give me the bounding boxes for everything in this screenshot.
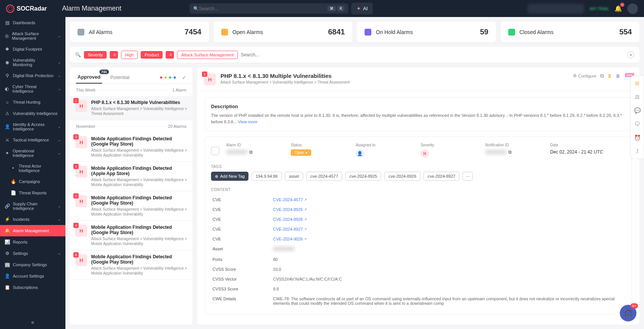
tab-approved[interactable]: Approved 741	[76, 71, 102, 84]
chat-icon[interactable]: 🗨	[633, 120, 641, 128]
sidebar-item-supply-chain-intelligence[interactable]: 🔗Supply Chain Intelligence⌄	[0, 199, 65, 214]
sidebar-item-dashboards[interactable]: ▤Dashboards	[0, 17, 65, 28]
sidebar-item-vulnerability-monitoring[interactable]: ◉Vulnerability Monitoring⌄	[0, 55, 65, 70]
cve-link[interactable]: CVE-2024-8925 ↗	[273, 207, 307, 212]
cve-link[interactable]: CVE-2024-9026 ↗	[273, 237, 307, 241]
global-search[interactable]: 🔍 ⌘ K	[189, 3, 348, 14]
stat-open-alarms[interactable]: Open Alarms6841	[214, 22, 353, 42]
filter-eq2[interactable]: =	[166, 51, 174, 59]
search-input[interactable]	[199, 6, 326, 11]
stat-on-hold-alarms[interactable]: On Hold Alarms59	[357, 22, 496, 42]
assignee-avatar[interactable]: 👤	[356, 149, 364, 158]
sidebar-icon: 📋	[5, 285, 10, 290]
view-more-link[interactable]: View more	[238, 119, 258, 124]
alarm-item[interactable]: 3HMobile Application Findings Detected (…	[70, 132, 192, 162]
help-fab[interactable]: 🎧 9+	[620, 305, 636, 321]
sidebar-icon: 🔔	[5, 228, 10, 233]
filter-high[interactable]: High	[121, 51, 138, 59]
filter-asm[interactable]: Attack Surface Management	[177, 51, 238, 59]
tags-more[interactable]: ···	[462, 172, 473, 181]
sidebar-item-operational-intelligence[interactable]: ✦Operational Intelligence⌄	[0, 146, 65, 161]
cve-link[interactable]: CVE-2024-4577 ↗	[273, 197, 307, 202]
sidebar-item-threat-reports[interactable]: 📄Threat Reports	[0, 187, 65, 199]
alarm-item[interactable]: 4HMobile Application Findings Detected (…	[70, 221, 192, 250]
sidebar-item-reports[interactable]: 📊Reports	[0, 236, 65, 248]
sidebar-label: Threat Hunting	[13, 100, 40, 104]
configure-button[interactable]: ⚙Configure	[573, 73, 596, 78]
sidebar-item-threat-hunting[interactable]: ⌕Threat Hunting	[0, 96, 65, 108]
dot-red[interactable]	[160, 76, 162, 79]
add-tag-button[interactable]: ⊕Add New Tag	[211, 172, 248, 181]
sidebar-item-digital-footprint[interactable]: ✱Digital Footprint	[0, 43, 65, 55]
clock-icon[interactable]: ⏰	[633, 133, 641, 142]
hourglass-icon[interactable]: ⧗	[608, 73, 611, 79]
sidebar-item-settings[interactable]: ⚙Settings⌄	[0, 248, 65, 259]
filter-search-input[interactable]	[241, 52, 624, 57]
dot-blue[interactable]	[174, 76, 176, 79]
select-checkbox[interactable]	[211, 147, 219, 155]
comment-icon[interactable]: 💬	[633, 106, 641, 115]
sidebar-item-subscriptions[interactable]: 📋Subscriptions	[0, 282, 65, 293]
sidebar-item-account-settings[interactable]: 👤Account Settings	[0, 270, 65, 282]
clear-filters[interactable]: ✕	[627, 51, 634, 58]
right-rail: ⊞ ⚖ 💬 🗨 ⏰ ⤴	[630, 76, 644, 159]
stat-closed-alarms[interactable]: Closed Alarms554	[501, 22, 640, 42]
alarm-item[interactable]: 2HMobile Application Findings Detected (…	[70, 191, 192, 221]
sidebar-item-identity-access-intelligence[interactable]: 👤Identity & Access Intelligence⌄	[0, 119, 65, 134]
kv-value: 10.0	[273, 267, 281, 272]
tag-chip[interactable]: 194.9.94.86	[251, 172, 282, 181]
sidebar-item-cyber-threat-intelligence[interactable]: ◐Cyber Threat Intelligence⌄	[0, 81, 65, 96]
tag-chip[interactable]: cve-2024-4577	[306, 172, 342, 181]
alarm-count-badge: 6	[73, 252, 79, 258]
sidebar-label: Settings	[13, 251, 28, 256]
sidebar-item-alarm-management[interactable]: 🔔Alarm Management	[0, 225, 65, 236]
pause-icon[interactable]: ⏸	[615, 73, 621, 79]
stat-label: All Alarms	[89, 29, 112, 35]
alarm-item[interactable]: 1HPHP 8.1.x < 8.1.30 Multiple Vulnerabil…	[70, 96, 192, 120]
sidebar-item-attack-surface-management[interactable]: ◎Attack Surface Management⌄	[0, 28, 65, 43]
kv-row: CVECVE-2024-4577 ↗	[211, 195, 625, 205]
cve-link[interactable]: CVE-2024-8927 ↗	[273, 227, 307, 231]
sidebar-item-tactical-intelligence[interactable]: ⚔Tactical Intelligence⌄	[0, 134, 65, 146]
cve-link[interactable]: CVE-2024-8926 ↗	[273, 217, 307, 222]
collapse-sidebar[interactable]: «	[0, 315, 65, 329]
stat-color-icon	[78, 29, 84, 36]
brand-logo[interactable]: SOCRadar	[6, 5, 47, 13]
sidebar-icon: 🔥	[11, 179, 16, 184]
sidebar-item-digital-risk-protection[interactable]: ⚲Digital Risk Protection⌄	[0, 70, 65, 81]
sidebar-item-incidents[interactable]: ⚡Incidents⌄	[0, 214, 65, 225]
dot-orange[interactable]	[164, 76, 167, 79]
filter-severity[interactable]: Severity	[84, 51, 107, 59]
tag-chip[interactable]: cve-2024-8927	[424, 172, 459, 181]
sidebar-item-threat-actor-intelligence[interactable]: •Threat Actor Intelligence	[0, 161, 65, 176]
stat-all-alarms[interactable]: All Alarms7454	[70, 22, 209, 42]
tag-chip[interactable]: cve-2024-8925	[345, 172, 381, 181]
external-link-icon: ↗	[304, 227, 307, 231]
copy-icon[interactable]: ⧉	[600, 73, 604, 79]
copy-notif-id-icon[interactable]: ⧉	[508, 149, 512, 155]
sidebar-item-campaigns[interactable]: 🔥Campaigns	[0, 176, 65, 187]
user-avatar[interactable]	[627, 3, 638, 14]
status-chip[interactable]: Open ▾	[291, 149, 311, 156]
filter-product[interactable]: Product	[141, 51, 163, 59]
ai-button[interactable]: ✦ AI	[351, 3, 373, 14]
tab-potential[interactable]: Potential	[109, 71, 131, 83]
section-header: November20 Alarms	[70, 120, 192, 132]
sidebar-item-vulnerability-intelligence[interactable]: ⚠Vulnerability Intelligence	[0, 108, 65, 119]
tag-chip[interactable]: asset	[285, 172, 303, 181]
check-all-icon[interactable]: ✓	[182, 74, 186, 81]
alarm-item[interactable]: 6HMobile Application Findings Detected (…	[70, 250, 192, 280]
sidebar-item-company-settings[interactable]: 🏢Company Settings	[0, 259, 65, 270]
filter-eq1[interactable]: =	[110, 51, 118, 59]
filter-search-icon[interactable]: 🔍	[75, 52, 81, 57]
grid-icon[interactable]: ⊞	[633, 79, 641, 87]
notifications-bell[interactable]: 🔔•	[615, 5, 622, 12]
tag-chip[interactable]: cve-2024-8926	[384, 172, 420, 181]
dot-green[interactable]	[169, 76, 171, 79]
scale-icon[interactable]: ⚖	[633, 93, 641, 101]
org-selector[interactable]	[528, 4, 584, 14]
copy-alarm-id-icon[interactable]: ⧉	[249, 149, 253, 155]
content-label: CONTENT	[211, 188, 625, 192]
share-icon[interactable]: ⤴	[633, 147, 641, 155]
alarm-item[interactable]: 1HMobile Application Findings Detected (…	[70, 162, 192, 191]
